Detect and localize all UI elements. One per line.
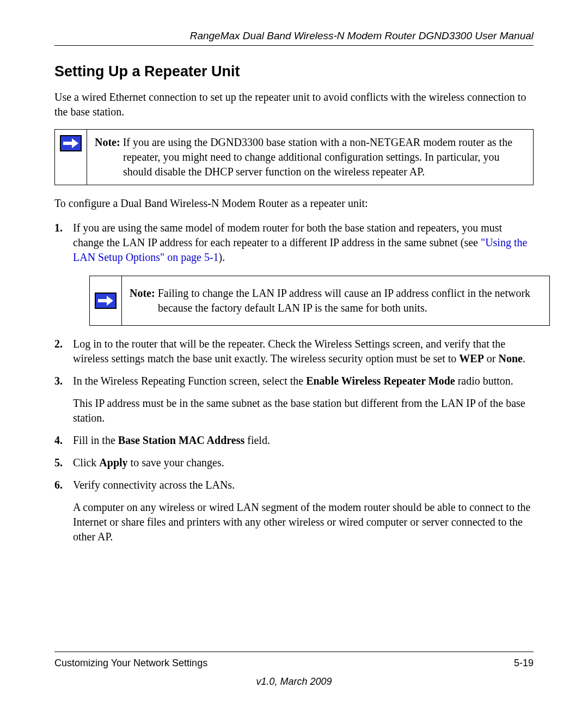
step-extra: A computer on any wireless or wired LAN … [73, 500, 534, 544]
step-4: 4. Fill in the Base Station MAC Address … [54, 433, 534, 448]
step-3: 3. In the Wireless Repeating Function sc… [54, 374, 534, 425]
section-heading: Setting Up a Repeater Unit [54, 63, 534, 80]
transition-paragraph: To configure a Dual Band Wireless-N Mode… [54, 196, 534, 211]
step-5: 5. Click Apply to save your changes. [54, 455, 534, 470]
note-body: If you are using the DGND3300 base stati… [120, 136, 512, 178]
step-text: Verify connectivity across the LANs. [73, 479, 235, 491]
step-text: Fill in the [73, 434, 118, 446]
note-body: Failing to change the LAN IP address wil… [155, 287, 530, 314]
step-number: 2. [54, 337, 63, 351]
note-box: Note: If you are using the DGND3300 base… [54, 129, 534, 185]
intro-paragraph: Use a wired Ethernet connection to set u… [54, 90, 534, 119]
page-number: 5-19 [514, 658, 534, 669]
step-number: 3. [54, 374, 63, 388]
note-box: Note: Failing to change the LAN IP addre… [89, 276, 550, 326]
step-text: Log in to the router that will be the re… [73, 338, 505, 364]
note-text: Note: If you are using the DGND3300 base… [87, 130, 533, 185]
note-icon-cell [55, 130, 87, 185]
note-text: Note: Failing to change the LAN IP addre… [122, 276, 549, 325]
arrow-right-icon [60, 135, 82, 151]
page-header: RangeMax Dual Band Wireless-N Modem Rout… [54, 30, 534, 46]
step-number: 1. [54, 221, 63, 235]
step-extra: This IP address must be in the same subn… [73, 396, 534, 425]
step-2: 2. Log in to the router that will be the… [54, 337, 534, 366]
note-icon-cell [90, 276, 122, 325]
footer-section-name: Customizing Your Network Settings [54, 658, 207, 669]
step-6: 6. Verify connectivity across the LANs. … [54, 478, 534, 544]
steps-list: 1. If you are using the same model of mo… [54, 221, 534, 544]
page-footer: Customizing Your Network Settings 5-19 [54, 652, 534, 669]
step-text: In the Wireless Repeating Function scree… [73, 375, 306, 387]
arrow-right-icon [95, 293, 117, 309]
step-number: 4. [54, 433, 63, 448]
step-text: If you are using the same model of modem… [73, 222, 502, 248]
version-line: v1.0, March 2009 [0, 676, 588, 687]
step-number: 6. [54, 478, 63, 492]
step-1: 1. If you are using the same model of mo… [54, 221, 534, 326]
note-label: Note: [130, 287, 155, 299]
step-text: Click [73, 457, 99, 468]
document-page: RangeMax Dual Band Wireless-N Modem Rout… [0, 0, 588, 706]
note-label: Note: [95, 136, 120, 148]
step-number: 5. [54, 455, 63, 470]
